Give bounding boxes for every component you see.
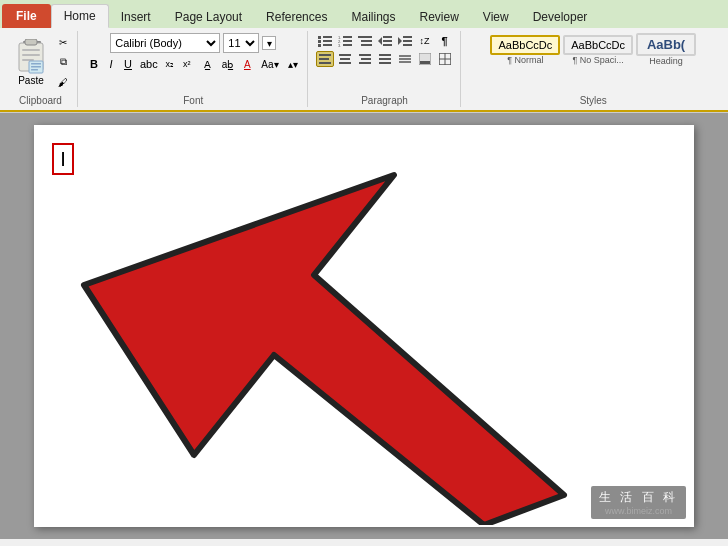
watermark: 生 活 百 科 www.bimeiz.com (591, 486, 686, 519)
tab-page-layout[interactable]: Page Layout (163, 6, 254, 28)
tab-insert[interactable]: Insert (109, 6, 163, 28)
styles-content: AaBbCcDc ¶ Normal AaBbCcDc ¶ No Spaci...… (490, 33, 696, 80)
svg-rect-28 (383, 44, 392, 46)
clear-format-button[interactable]: A̲ (200, 55, 216, 73)
style-nospace: AaBbCcDc ¶ No Spaci... (563, 35, 633, 65)
ribbon-content: Paste ✂ ⧉ 🖌 Clipboard Calibri (Body) (0, 28, 728, 112)
svg-rect-49 (420, 61, 430, 64)
bullets-button[interactable] (316, 33, 334, 49)
subscript-button[interactable]: x₂ (162, 55, 178, 73)
format-painter-button[interactable]: 🖌 (55, 73, 71, 91)
svg-rect-32 (403, 44, 412, 46)
svg-rect-10 (318, 36, 321, 39)
multilevel-list-button[interactable] (356, 33, 374, 49)
svg-rect-19 (343, 40, 352, 42)
watermark-line1: 生 活 百 科 (599, 489, 678, 506)
tab-mailings[interactable]: Mailings (339, 6, 407, 28)
paragraph-group: 1.2.3. ↕Z ¶ (310, 31, 461, 107)
show-formatting-button[interactable]: ¶ (436, 33, 454, 49)
cut-button[interactable]: ✂ (55, 33, 71, 51)
tab-review[interactable]: Review (407, 6, 470, 28)
watermark-line2: www.bimeiz.com (599, 506, 678, 516)
increase-indent-button[interactable] (396, 33, 414, 49)
svg-rect-41 (359, 62, 371, 64)
para-align-row (316, 51, 454, 67)
svg-rect-7 (31, 63, 41, 65)
svg-rect-23 (361, 40, 372, 42)
font-group: Calibri (Body) 11 ▾ B I U abc x₂ x² (80, 31, 308, 107)
superscript-button[interactable]: x² (179, 55, 195, 73)
bold-button[interactable]: B (86, 55, 102, 73)
svg-rect-17 (343, 36, 352, 38)
ribbon: File Home Insert Page Layout References … (0, 0, 728, 113)
align-center-button[interactable] (336, 51, 354, 67)
font-size-select[interactable]: 11 (223, 33, 259, 53)
underline-button[interactable]: U (120, 55, 136, 73)
tab-view[interactable]: View (471, 6, 521, 28)
tab-developer[interactable]: Developer (521, 6, 600, 28)
svg-marker-29 (398, 37, 402, 45)
paste-icon (15, 39, 47, 75)
svg-rect-8 (31, 66, 41, 68)
sort-button[interactable]: ↕Z (416, 33, 434, 49)
style-normal-sub: ¶ Normal (507, 55, 543, 65)
clipboard-sub-buttons: ✂ ⧉ 🖌 (55, 33, 71, 91)
svg-rect-12 (318, 40, 321, 43)
paste-button[interactable]: Paste (10, 36, 52, 89)
change-case-button[interactable]: ▴▾ (285, 55, 301, 73)
text-cursor: I (60, 148, 66, 171)
style-nospace-button[interactable]: AaBbCcDc (563, 35, 633, 55)
tab-home[interactable]: Home (51, 4, 109, 28)
tab-references[interactable]: References (254, 6, 339, 28)
svg-text:3.: 3. (338, 43, 341, 47)
svg-marker-53 (84, 175, 564, 525)
decrease-indent-button[interactable] (376, 33, 394, 49)
svg-rect-27 (383, 40, 392, 42)
font-label: Font (183, 95, 203, 106)
font-format-row: B I U abc x₂ x² A̲ ab̲ A Aa▾ ▴▾ (86, 55, 301, 73)
tab-file[interactable]: File (2, 4, 51, 28)
arrow-indicator (54, 145, 554, 515)
svg-rect-3 (22, 49, 40, 51)
svg-rect-21 (343, 44, 352, 46)
svg-rect-31 (403, 40, 412, 42)
svg-rect-40 (361, 58, 371, 60)
font-size-expand[interactable]: ▾ (262, 36, 276, 50)
strikethrough-button[interactable]: abc (137, 55, 161, 73)
line-spacing-button[interactable] (396, 51, 414, 67)
svg-marker-25 (378, 37, 382, 45)
svg-rect-9 (31, 69, 38, 71)
svg-rect-15 (323, 44, 332, 46)
red-arrow-svg (54, 145, 574, 525)
style-heading-button[interactable]: AaBb( (636, 33, 696, 56)
style-heading-sub: Heading (649, 56, 683, 66)
document-page[interactable]: I 生 活 百 科 www.bimeiz.com (34, 125, 694, 527)
justify-button[interactable] (376, 51, 394, 67)
font-color-button[interactable]: A (239, 55, 255, 73)
copy-button[interactable]: ⧉ (55, 53, 71, 71)
align-right-button[interactable] (356, 51, 374, 67)
numbered-list-button[interactable]: 1.2.3. (336, 33, 354, 49)
italic-button[interactable]: I (103, 55, 119, 73)
highlight-button[interactable]: ab̲ (219, 55, 237, 73)
style-normal-button[interactable]: AaBbCcDc (490, 35, 560, 55)
font-buttons: B I U abc x₂ x² (86, 55, 195, 73)
align-left-button[interactable] (316, 51, 334, 67)
paragraph-label: Paragraph (361, 95, 408, 106)
svg-rect-38 (339, 62, 351, 64)
svg-rect-42 (379, 54, 391, 56)
document-area[interactable]: I 生 活 百 科 www.bimeiz.com (0, 113, 728, 539)
font-name-select[interactable]: Calibri (Body) (110, 33, 220, 53)
cursor-indicator: I (52, 143, 74, 175)
svg-rect-35 (319, 62, 331, 64)
styles-label: Styles (580, 95, 607, 106)
svg-rect-30 (403, 36, 412, 38)
svg-rect-22 (358, 36, 372, 38)
svg-rect-11 (323, 36, 332, 38)
svg-rect-2 (25, 39, 37, 45)
svg-rect-13 (323, 40, 332, 42)
clipboard-label: Clipboard (19, 95, 62, 106)
font-aa-button[interactable]: Aa▾ (258, 55, 281, 73)
borders-button[interactable] (436, 51, 454, 67)
shading-button[interactable] (416, 51, 434, 67)
